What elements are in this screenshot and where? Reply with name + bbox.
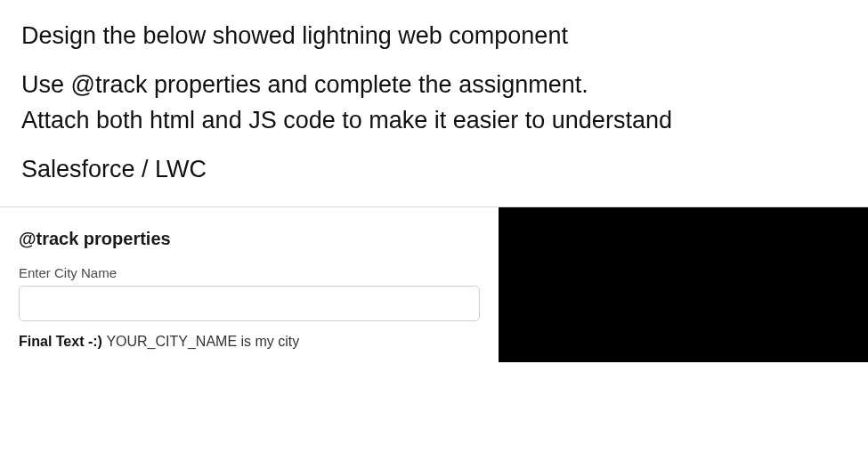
lwc-card: @track properties Enter City Name Final …: [0, 207, 499, 362]
final-text-value: YOUR_CITY_NAME is my city: [106, 334, 299, 349]
instruction-line-4: Salesforce / LWC: [21, 151, 847, 188]
city-input[interactable]: [19, 286, 480, 321]
final-text-label: Final Text -:): [19, 334, 106, 349]
black-side-panel: [499, 207, 868, 362]
final-text-line: Final Text -:) YOUR_CITY_NAME is my city: [19, 334, 480, 350]
card-title: @track properties: [19, 229, 480, 249]
example-row: @track properties Enter City Name Final …: [0, 206, 868, 362]
city-input-label: Enter City Name: [19, 265, 480, 280]
instruction-line-1: Design the below showed lightning web co…: [21, 18, 847, 54]
instruction-line-2: Use @track properties and complete the a…: [21, 67, 847, 103]
instructions-block: Design the below showed lightning web co…: [0, 0, 868, 187]
instruction-line-3: Attach both html and JS code to make it …: [21, 102, 847, 139]
